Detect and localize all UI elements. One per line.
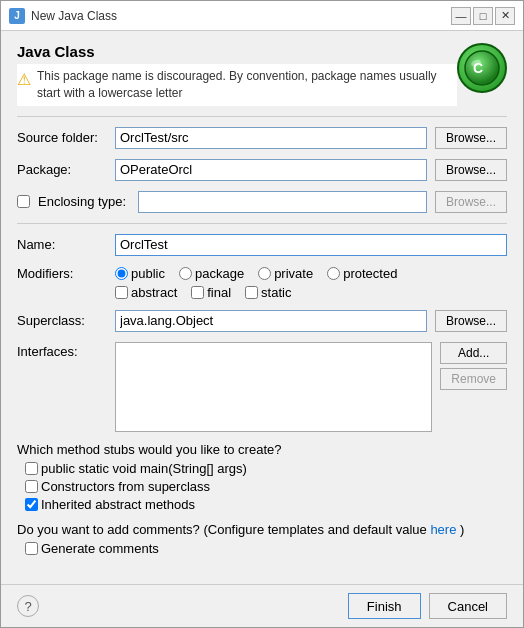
main-window: J New Java Class — □ ✕ Java Class ⚠ This… <box>0 0 524 628</box>
interfaces-label: Interfaces: <box>17 342 107 359</box>
superclass-label: Superclass: <box>17 313 107 328</box>
modifier-public[interactable]: public <box>115 266 165 281</box>
comments-question: Do you want to add comments? (Configure … <box>17 522 427 537</box>
divider-1 <box>17 116 507 117</box>
modifier-abstract[interactable]: abstract <box>115 285 177 300</box>
stub-inherited-checkbox[interactable] <box>25 498 38 511</box>
source-folder-label: Source folder: <box>17 130 107 145</box>
modifiers-row1: public package private protected <box>115 266 507 281</box>
divider-2 <box>17 223 507 224</box>
modifier-package-label: package <box>195 266 244 281</box>
modifier-public-radio[interactable] <box>115 267 128 280</box>
minimize-button[interactable]: — <box>451 7 471 25</box>
package-label: Package: <box>17 162 107 177</box>
comments-line: Do you want to add comments? (Configure … <box>17 522 507 537</box>
cancel-button[interactable]: Cancel <box>429 593 507 619</box>
help-button[interactable]: ? <box>17 595 39 617</box>
stub-constructors[interactable]: Constructors from superclass <box>25 479 507 494</box>
generate-comments-label: Generate comments <box>41 541 159 556</box>
dialog-content: Java Class ⚠ This package name is discou… <box>1 31 523 584</box>
generate-comments[interactable]: Generate comments <box>25 541 507 556</box>
stub-main-checkbox[interactable] <box>25 462 38 475</box>
header-area: Java Class ⚠ This package name is discou… <box>17 43 507 106</box>
close-button[interactable]: ✕ <box>495 7 515 25</box>
app-icon: J <box>9 8 25 24</box>
title-bar: J New Java Class — □ ✕ <box>1 1 523 31</box>
modifier-protected[interactable]: protected <box>327 266 397 281</box>
modifier-package-radio[interactable] <box>179 267 192 280</box>
interfaces-buttons: Add... Remove <box>440 342 507 390</box>
warning-box: ⚠ This package name is discouraged. By c… <box>17 64 457 106</box>
footer-right: Finish Cancel <box>348 593 507 619</box>
name-input[interactable] <box>115 234 507 256</box>
window-title: New Java Class <box>31 9 451 23</box>
modifier-abstract-checkbox[interactable] <box>115 286 128 299</box>
footer-left: ? <box>17 595 39 617</box>
modifiers-row: Modifiers: public package private <box>17 266 507 300</box>
superclass-browse-button[interactable]: Browse... <box>435 310 507 332</box>
warning-icon: ⚠ <box>17 69 31 91</box>
enclosing-type-input[interactable] <box>138 191 427 213</box>
modifier-private[interactable]: private <box>258 266 313 281</box>
stub-inherited[interactable]: Inherited abstract methods <box>25 497 507 512</box>
stub-main[interactable]: public static void main(String[] args) <box>25 461 507 476</box>
add-interface-button[interactable]: Add... <box>440 342 507 364</box>
modifier-final[interactable]: final <box>191 285 231 300</box>
package-browse-button[interactable]: Browse... <box>435 159 507 181</box>
stubs-section: Which method stubs would you like to cre… <box>17 442 507 512</box>
remove-interface-button[interactable]: Remove <box>440 368 507 390</box>
section-title: Java Class <box>17 43 457 60</box>
modifier-static-checkbox[interactable] <box>245 286 258 299</box>
package-row: Package: Browse... <box>17 159 507 181</box>
comments-section: Do you want to add comments? (Configure … <box>17 522 507 556</box>
stubs-checks: public static void main(String[] args) C… <box>25 461 507 512</box>
modifier-public-label: public <box>131 266 165 281</box>
modifier-private-radio[interactable] <box>258 267 271 280</box>
stub-constructors-label: Constructors from superclass <box>41 479 210 494</box>
modifier-package[interactable]: package <box>179 266 244 281</box>
modifiers-label: Modifiers: <box>17 266 107 281</box>
interfaces-row: Interfaces: Add... Remove <box>17 342 507 432</box>
modifiers-row2: abstract final static <box>115 285 507 300</box>
modifiers-area: public package private protected <box>115 266 507 300</box>
enclosing-browse-button[interactable]: Browse... <box>435 191 507 213</box>
stub-constructors-checkbox[interactable] <box>25 480 38 493</box>
package-input[interactable] <box>115 159 427 181</box>
modifier-private-label: private <box>274 266 313 281</box>
name-row: Name: <box>17 234 507 256</box>
superclass-input[interactable] <box>115 310 427 332</box>
source-folder-browse-button[interactable]: Browse... <box>435 127 507 149</box>
stub-main-label: public static void main(String[] args) <box>41 461 247 476</box>
comments-checks: Generate comments <box>25 541 507 556</box>
stubs-question: Which method stubs would you like to cre… <box>17 442 507 457</box>
modifier-static[interactable]: static <box>245 285 291 300</box>
enclosing-type-checkbox[interactable] <box>17 195 30 208</box>
modifier-final-label: final <box>207 285 231 300</box>
header-left: Java Class ⚠ This package name is discou… <box>17 43 457 106</box>
modifier-protected-label: protected <box>343 266 397 281</box>
modifier-final-checkbox[interactable] <box>191 286 204 299</box>
eclipse-logo: C <box>457 43 507 93</box>
comments-here-link[interactable]: here <box>430 522 456 537</box>
window-controls: — □ ✕ <box>451 7 515 25</box>
stub-inherited-label: Inherited abstract methods <box>41 497 195 512</box>
dialog-footer: ? Finish Cancel <box>1 584 523 627</box>
modifier-abstract-label: abstract <box>131 285 177 300</box>
modifier-protected-radio[interactable] <box>327 267 340 280</box>
warning-text: This package name is discouraged. By con… <box>37 68 457 102</box>
name-label: Name: <box>17 237 107 252</box>
enclosing-type-row: Enclosing type: Browse... <box>17 191 507 213</box>
interfaces-box <box>115 342 432 432</box>
source-folder-input[interactable] <box>115 127 427 149</box>
finish-button[interactable]: Finish <box>348 593 421 619</box>
generate-comments-checkbox[interactable] <box>25 542 38 555</box>
maximize-button[interactable]: □ <box>473 7 493 25</box>
superclass-row: Superclass: Browse... <box>17 310 507 332</box>
svg-text:C: C <box>473 60 483 76</box>
enclosing-type-label: Enclosing type: <box>38 194 126 209</box>
source-folder-row: Source folder: Browse... <box>17 127 507 149</box>
modifier-static-label: static <box>261 285 291 300</box>
